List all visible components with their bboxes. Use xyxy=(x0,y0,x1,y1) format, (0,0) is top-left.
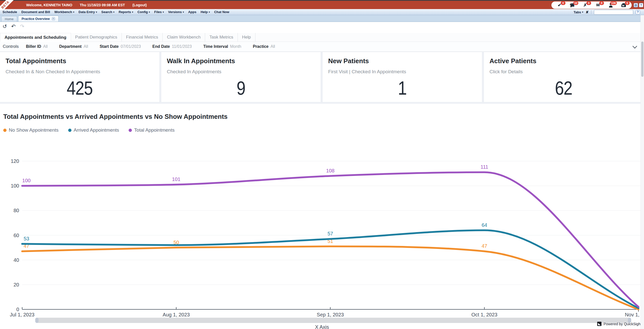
redo-icon[interactable]: ↷ xyxy=(20,24,24,33)
subtab-claim-workbench[interactable]: Claim Workbench xyxy=(163,33,205,42)
y-tick-label: 60 xyxy=(14,233,19,238)
chart-area: 020406080100120Jul 1, 2023Aug 1, 2023Sep… xyxy=(0,151,644,329)
vertical-scrollbar-thumb[interactable] xyxy=(641,42,643,77)
menu-item-config[interactable]: Config▾ xyxy=(137,10,150,14)
legend-item-arrived-appointments[interactable]: Arrived Appointments xyxy=(68,127,119,133)
legend-label: No Show Appointments xyxy=(9,127,59,133)
badge-count: 10 xyxy=(573,1,578,5)
menu-item-label: Schedule xyxy=(3,10,17,14)
refresh-icon[interactable]: ↺ xyxy=(3,24,7,33)
filter-value: 07/01/2023 xyxy=(121,44,141,49)
expand-tabs-icon[interactable]: ✘ xyxy=(586,10,589,14)
notification-check-circle[interactable]: ✔0 xyxy=(557,3,562,8)
filter-value: All xyxy=(43,44,48,49)
menu-item-help[interactable]: Help▾ xyxy=(201,10,210,14)
kpi-subtitle: First Visit | Checked In Appointments xyxy=(328,69,476,75)
kpi-card-new-patients[interactable]: New PatientsFirst Visit | Checked In App… xyxy=(323,52,482,102)
kpi-value: 1 xyxy=(398,77,406,99)
welcome-row: Welcome, KENNETH TAINO Thu 11/16/23 09:0… xyxy=(26,3,147,7)
menu-item-label: Reports xyxy=(119,10,131,14)
menu-item-label: Files xyxy=(154,10,162,14)
y-tick-label: 0 xyxy=(16,307,19,312)
caret-down-icon: ▾ xyxy=(183,11,184,13)
menu-item-search[interactable]: Search▾ xyxy=(101,10,115,14)
kpi-card-total-appointments[interactable]: Total AppointmentsChecked In & Non Check… xyxy=(0,52,159,102)
quick-search-input[interactable] xyxy=(594,10,633,15)
tabs-menu-label: Tabs xyxy=(574,10,581,14)
notification-fax[interactable]: 5 xyxy=(621,3,626,8)
badge-count: 136 xyxy=(610,1,617,5)
logout-link[interactable]: (Logout) xyxy=(132,3,147,7)
filter-end-date[interactable]: End Date11/01/2023 xyxy=(153,44,192,49)
kpi-value: 62 xyxy=(555,77,572,99)
menu-item-label: Data Entry xyxy=(79,10,95,14)
chevron-down-icon[interactable] xyxy=(632,44,637,48)
notification-phone-slash[interactable]: ☎10 xyxy=(570,3,575,8)
tab-practice-overview[interactable]: Practice Overview× xyxy=(18,16,59,22)
chart-horizontal-scrollbar[interactable] xyxy=(35,318,631,323)
filter-start-date[interactable]: Start Date07/01/2023 xyxy=(100,44,141,49)
quicksight-logo-icon xyxy=(597,322,601,326)
notification-person[interactable]: 136 xyxy=(608,3,613,8)
tab-home[interactable]: Home xyxy=(1,16,17,22)
menu-item-reports[interactable]: Reports▾ xyxy=(119,10,133,14)
dashboard-subtabs: Appointments and SchedulingPatient Demog… xyxy=(0,33,644,42)
filter-biller-id[interactable]: Biller IDAll xyxy=(26,44,48,49)
notification-envelope[interactable]: ✉0 xyxy=(595,3,600,8)
caret-down-icon: ▾ xyxy=(209,11,210,13)
menu-item-document-and-bill[interactable]: Document and Bill xyxy=(21,10,50,14)
subtab-patient-demographics[interactable]: Patient Demographics xyxy=(71,33,122,42)
filter-time-interval[interactable]: Time IntervalMonth xyxy=(203,44,241,49)
undo-icon[interactable]: ↶ xyxy=(11,24,16,33)
kpi-title: New Patients xyxy=(328,57,476,65)
kpi-subtitle: Checked In & Non Checked In Appointments xyxy=(6,69,154,75)
help-button[interactable]: ? xyxy=(639,3,643,7)
controls-title: Controls xyxy=(3,44,26,49)
filter-label: Practice xyxy=(253,44,269,49)
menu-item-schedule[interactable]: Schedule xyxy=(3,10,17,14)
subtab-appointments-and-scheduling[interactable]: Appointments and Scheduling xyxy=(0,33,71,42)
menu-item-versions[interactable]: Versions▾ xyxy=(168,10,184,14)
kpi-value: 9 xyxy=(237,77,245,99)
scrollbar-left-handle[interactable] xyxy=(35,318,39,323)
legend-item-no-show-appointments[interactable]: No Show Appointments xyxy=(3,127,59,133)
menu-item-workbench[interactable]: Workbench▾ xyxy=(54,10,74,14)
legend-label: Arrived Appointments xyxy=(74,127,119,133)
filter-practice[interactable]: PracticeAll xyxy=(253,44,275,49)
tabs-menu[interactable]: Tabs ▾ xyxy=(574,10,583,14)
menu-item-chat-now[interactable]: Chat Now xyxy=(214,10,229,14)
search-help-button[interactable]: ? xyxy=(636,10,640,14)
quicksight-text: Powered by QuickSight xyxy=(603,322,641,326)
practice-overview-page: Welcome, KENNETH TAINO Thu 11/16/23 09:0… xyxy=(0,0,644,329)
menu-item-apps[interactable]: Apps xyxy=(188,10,197,14)
menu-item-label: Apps xyxy=(188,10,197,14)
subtab-task-metrics[interactable]: Task Metrics xyxy=(205,33,238,42)
question-icon: ? xyxy=(637,10,639,14)
legend-dot xyxy=(129,129,132,132)
subtab-financial-metrics[interactable]: Financial Metrics xyxy=(122,33,163,42)
y-tick-label: 120 xyxy=(11,158,19,164)
legend-item-total-appointments[interactable]: Total Appointments xyxy=(129,127,175,133)
kpi-card-walk-in-appointments[interactable]: Walk In AppointmentsChecked In Appointme… xyxy=(161,52,321,102)
filter-label: Department xyxy=(59,44,82,49)
subtab-help[interactable]: Help xyxy=(238,33,255,42)
filters: Biller IDAllDepartmentAllStart Date07/01… xyxy=(26,44,275,49)
filter-label: Start Date xyxy=(100,44,119,49)
main-menu-bar: ScheduleDocument and BillWorkbench▾Data … xyxy=(0,9,644,15)
chart-panel: Total Appointments vs Arrived Appointmen… xyxy=(0,104,644,329)
menu-item-label: Config xyxy=(137,10,148,14)
series-line-no-show-appointments[interactable] xyxy=(22,246,638,309)
notification-phone-x[interactable]: ✗0 xyxy=(583,3,588,8)
x-tick-label: Aug 1, 2023 xyxy=(163,312,190,317)
filter-department[interactable]: DepartmentAll xyxy=(59,44,88,49)
appointments-line-chart[interactable]: 020406080100120Jul 1, 2023Aug 1, 2023Sep… xyxy=(0,151,644,329)
kpi-card-active-patients[interactable]: Active PatientsClick for Details62 xyxy=(484,52,643,102)
y-tick-label: 40 xyxy=(14,257,19,263)
menu-item-files[interactable]: Files▾ xyxy=(154,10,164,14)
data-label: 111 xyxy=(481,164,488,170)
settings-button[interactable]: ⚙ xyxy=(634,3,638,7)
page-vertical-scrollbar[interactable] xyxy=(640,15,644,329)
close-icon[interactable]: × xyxy=(52,17,55,20)
menu-item-data-entry[interactable]: Data Entry▾ xyxy=(79,10,97,14)
data-label: 101 xyxy=(172,176,180,182)
